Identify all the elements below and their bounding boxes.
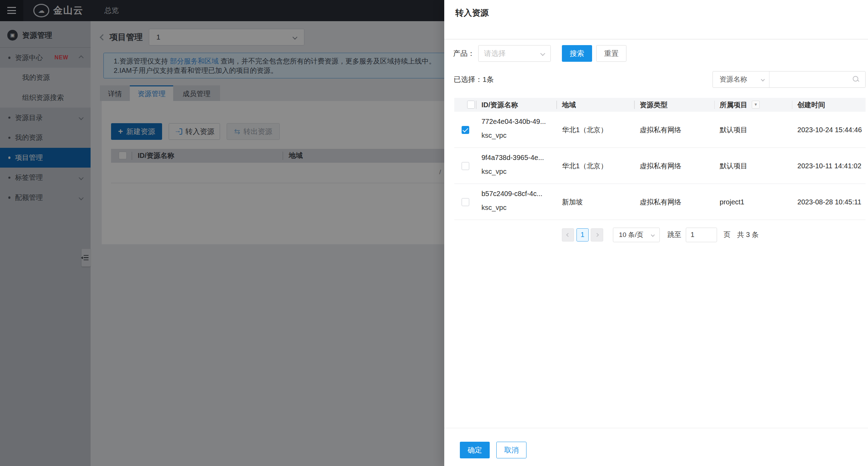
resource-search-box bbox=[769, 71, 865, 87]
filter-field-select[interactable]: 资源名称 bbox=[713, 71, 769, 87]
product-label: 产品： bbox=[453, 45, 475, 62]
confirm-button[interactable]: 确定 bbox=[460, 442, 490, 458]
product-select[interactable]: 请选择 bbox=[478, 45, 551, 62]
select-all-checkbox[interactable] bbox=[467, 101, 475, 108]
jump-page-input[interactable] bbox=[686, 228, 717, 242]
search-icon[interactable] bbox=[853, 76, 860, 83]
selected-count: 已选择：1条 bbox=[454, 71, 494, 88]
column-header-type: 资源类型 bbox=[634, 98, 714, 112]
table-row[interactable]: 9f4a738d-3965-4e...ksc_vpc 华北1（北京） 虚拟私有网… bbox=[454, 148, 866, 184]
search-button[interactable]: 搜索 bbox=[562, 45, 592, 62]
chevron-down-icon bbox=[540, 51, 545, 56]
resource-search-input[interactable] bbox=[769, 71, 865, 87]
app-root: ☁ 金山云 总览 ▣ 资源管理 资源中心 NEW 我的资源 组织资源搜索 资源目… bbox=[0, 0, 868, 466]
column-header-region: 地域 bbox=[556, 98, 634, 112]
jump-to-label: 跳至 bbox=[667, 230, 681, 239]
filter-icon[interactable]: ▼ bbox=[752, 101, 759, 108]
next-page-button[interactable] bbox=[591, 228, 603, 242]
drawer-header-divider bbox=[444, 39, 868, 40]
drawer-table-header: ID/资源名称 地域 资源类型 所属项目▼ 创建时间 bbox=[454, 98, 866, 112]
page-unit-label: 页 bbox=[724, 230, 731, 239]
column-header-created: 创建时间 bbox=[792, 98, 866, 112]
row-checkbox[interactable] bbox=[462, 126, 469, 134]
cancel-button[interactable]: 取消 bbox=[496, 442, 526, 458]
drawer-filter-row: 产品： 请选择 搜索 重置 bbox=[444, 45, 868, 62]
drawer-footer-divider bbox=[444, 428, 868, 429]
selection-row: 已选择：1条 资源名称 bbox=[444, 71, 868, 88]
table-row[interactable]: 772e4e04-340b-49...ksc_vpc 华北1（北京） 虚拟私有网… bbox=[454, 112, 866, 148]
prev-page-button[interactable] bbox=[562, 228, 574, 242]
column-header-id: ID/资源名称 bbox=[476, 98, 556, 112]
resource-filter-group: 资源名称 bbox=[713, 71, 866, 88]
page-size-select[interactable]: 10 条/页 bbox=[613, 228, 659, 242]
chevron-down-icon bbox=[761, 77, 765, 81]
chevron-right-icon bbox=[595, 233, 599, 237]
table-row[interactable]: b57c2409-c8cf-4c...ksc_vpc 新加坡 虚拟私有网络 pr… bbox=[454, 184, 866, 220]
chevron-left-icon bbox=[566, 233, 570, 237]
total-count-label: 共 3 条 bbox=[737, 230, 759, 239]
transfer-in-drawer: 转入资源 产品： 请选择 搜索 重置 已选择：1条 资源名称 bbox=[444, 0, 868, 466]
current-page-button[interactable]: 1 bbox=[576, 228, 589, 242]
row-checkbox[interactable] bbox=[462, 162, 469, 170]
column-header-project: 所属项目▼ bbox=[714, 98, 792, 112]
chevron-down-icon bbox=[651, 233, 655, 237]
pagination: 1 10 条/页 跳至 页 共 3 条 bbox=[562, 228, 759, 242]
product-select-placeholder: 请选择 bbox=[484, 49, 506, 58]
drawer-footer: 确定 取消 bbox=[460, 442, 526, 458]
drawer-resource-table: ID/资源名称 地域 资源类型 所属项目▼ 创建时间 772e4e04-340b… bbox=[454, 98, 866, 220]
drawer-title: 转入资源 bbox=[455, 7, 489, 18]
reset-button[interactable]: 重置 bbox=[596, 45, 626, 62]
row-checkbox[interactable] bbox=[462, 198, 469, 206]
